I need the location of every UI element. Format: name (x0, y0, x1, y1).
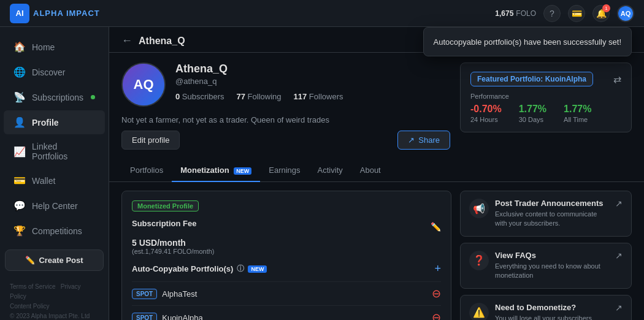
sidebar-item-help-center[interactable]: 💬 Help Center (4, 194, 105, 218)
share-icon: ↗ (408, 135, 415, 145)
auto-copyable-add-button[interactable]: + (434, 262, 441, 275)
sidebar-item-linked-portfolios[interactable]: 📈 Linked Portfolios (4, 135, 105, 167)
demonetize-body: Need to Demonetize? You will lose all yo… (495, 303, 609, 320)
sidebar-footer: Terms of Service Privacy Policy Content … (0, 277, 109, 320)
tab-monetization[interactable]: Monetization NEW (172, 159, 260, 182)
help-button[interactable]: ? (543, 5, 561, 22)
bell-button[interactable]: 🔔 1 (592, 5, 610, 22)
back-button[interactable]: ← (121, 34, 132, 47)
sidebar-label-competitions: Competitions (32, 226, 82, 236)
wallet-icon-button[interactable]: 💳 (568, 5, 585, 22)
alphatest-spot-tag: SPOT (132, 289, 157, 299)
topnav: AI ALPHA IMPACT 1,675 FOLO ? 💳 🔔 1 AQ (0, 0, 644, 27)
perf-24h: -0.70% 24 Hours (470, 104, 502, 123)
subscriptions-new-dot (91, 95, 95, 99)
sidebar-label-subscriptions: Subscriptions (32, 93, 83, 102)
monetization-new-badge: NEW (234, 167, 251, 175)
tabs-bar: Portfolios Monetization NEW Earnings Act… (109, 159, 644, 182)
post-trader-icon: 📢 (473, 203, 485, 215)
tab-earnings[interactable]: Earnings (260, 159, 309, 182)
notification-popup: Autocopyable portfolio(s) have been succ… (423, 27, 632, 56)
sidebar: 🏠 Home 🌐 Discover 📡 Subscriptions 👤 Prof… (0, 27, 109, 320)
profile-top: AQ Athena_Q @athena_q 0 Subscribers 77 F… (121, 63, 450, 107)
linked-portfolios-icon: 📈 (13, 146, 26, 158)
sidebar-label-linked-portfolios: Linked Portfolios (32, 142, 95, 161)
monetized-profile-badge: Monetized Profile (132, 200, 199, 211)
sidebar-item-competitions[interactable]: 🏆 Competitions (4, 219, 105, 243)
tab-activity[interactable]: Activity (309, 159, 351, 182)
sidebar-label-help-center: Help Center (32, 201, 78, 211)
wallet-sidebar-icon: 💳 (13, 175, 26, 186)
portfolio-row-alphatest: SPOT AlphaTest ⊖ (132, 281, 441, 305)
content-policy-link[interactable]: Content Policy (10, 303, 49, 310)
profile-stats: 0 Subscribers 77 Following 117 Followers (175, 92, 450, 101)
auto-copyable-section: Auto-Copyable Portfolio(s) ⓘ NEW + SPOT … (132, 262, 441, 320)
subscription-fee-title: Subscription Fee (132, 219, 196, 228)
create-post-button[interactable]: ✏️ Create Post (5, 250, 104, 271)
monetized-profile-card: Monetized Profile Subscription Fee ✏️ 5 … (121, 191, 451, 320)
left-panel: Monetized Profile Subscription Fee ✏️ 5 … (121, 191, 451, 320)
profile-name: Athena_Q (175, 63, 450, 75)
sidebar-bottom: ✏️ Create Post (0, 243, 109, 277)
fol-label: FOLO (516, 9, 536, 18)
user-avatar-button[interactable]: AQ (617, 5, 634, 22)
share-button[interactable]: ↗ Share (397, 131, 450, 150)
sidebar-label-home: Home (32, 42, 55, 52)
fol-badge: 1,675 FOLO (495, 9, 536, 18)
sidebar-item-wallet[interactable]: 💳 Wallet (4, 169, 105, 192)
terms-link[interactable]: Terms of Service (10, 283, 55, 290)
auto-copyable-header: Auto-Copyable Portfolio(s) ⓘ NEW + (132, 262, 441, 275)
sidebar-label-profile: Profile (32, 118, 59, 128)
page-title: Athena_Q (139, 36, 185, 47)
auto-copyable-info-icon[interactable]: ⓘ (237, 264, 244, 274)
perf-30d-value: 1.77% (519, 104, 546, 115)
kuoinalpha-spot-tag: SPOT (132, 313, 157, 321)
portfolio-swap-button[interactable]: ⇄ (613, 74, 621, 85)
post-trader-title: Post Trader Announcements (495, 199, 609, 208)
main-content: ← Athena_Q AQ Athena_Q @athena_q (109, 27, 644, 320)
tab-portfolios[interactable]: Portfolios (121, 159, 172, 182)
portfolio-row-kuoinalpha: SPOT KuoinAlpha ⊖ (132, 305, 441, 320)
perf-24h-value: -0.70% (470, 104, 502, 115)
sidebar-item-subscriptions[interactable]: 📡 Subscriptions (4, 85, 105, 109)
demonetize-icon-wrap: ⚠️ (469, 303, 489, 320)
topnav-right: 1,675 FOLO ? 💳 🔔 1 AQ (495, 5, 634, 22)
profile-icon: 👤 (13, 116, 26, 128)
notification-text: Autocopyable portfolio(s) have been succ… (434, 37, 621, 47)
view-faqs-icon: ❓ (473, 254, 485, 266)
subscription-fee-row: Subscription Fee ✏️ (132, 219, 441, 234)
post-trader-icon-wrap: 📢 (469, 199, 489, 218)
performance-label: Performance (470, 93, 621, 100)
subscription-fee-value: 5 USD/month (132, 238, 441, 248)
post-trader-card[interactable]: 📢 Post Trader Announcements Exclusive co… (460, 191, 632, 237)
home-icon: 🏠 (13, 41, 26, 53)
sidebar-label-discover: Discover (32, 67, 65, 77)
subscription-fee-edit-button[interactable]: ✏️ (431, 222, 441, 232)
user-avatar: AQ (618, 6, 633, 21)
sidebar-item-discover[interactable]: 🌐 Discover (4, 60, 105, 84)
demonetize-title: Need to Demonetize? (495, 303, 609, 312)
view-faqs-card[interactable]: ❓ View FAQs Everything you need to know … (460, 243, 632, 289)
fol-count: 1,675 (495, 9, 513, 18)
right-panel: 📢 Post Trader Announcements Exclusive co… (460, 191, 632, 320)
kuoinalpha-remove-button[interactable]: ⊖ (432, 311, 441, 320)
demonetize-card[interactable]: ⚠️ Need to Demonetize? You will lose all… (460, 295, 632, 320)
alphatest-remove-button[interactable]: ⊖ (432, 287, 441, 300)
subscriptions-icon: 📡 (13, 91, 26, 103)
performance-row: -0.70% 24 Hours 1.77% 30 Days 1.77% All … (470, 104, 621, 123)
post-trader-body: Post Trader Announcements Exclusive cont… (495, 199, 609, 229)
profile-actions: Edit profile ↗ Share (121, 131, 450, 150)
demonetize-icon: ⚠️ (473, 307, 485, 318)
tab-about[interactable]: About (351, 159, 389, 182)
demonetize-desc: You will lose all your subscribers insta… (495, 314, 609, 320)
perf-30d-label: 30 Days (519, 116, 546, 123)
logo-icon: AI (10, 4, 29, 23)
portfolio-card: Featured Portfolio: KuoinAlpha ⇄ Perform… (460, 63, 632, 132)
sidebar-item-profile[interactable]: 👤 Profile (4, 110, 105, 134)
profile-handle: @athena_q (175, 77, 450, 86)
view-faqs-arrow: ↗ (615, 251, 623, 261)
sidebar-item-home[interactable]: 🏠 Home (4, 35, 105, 59)
perf-30d: 1.77% 30 Days (519, 104, 546, 123)
edit-profile-button[interactable]: Edit profile (121, 131, 180, 150)
featured-portfolio-badge: Featured Portfolio: KuoinAlpha (470, 72, 593, 86)
